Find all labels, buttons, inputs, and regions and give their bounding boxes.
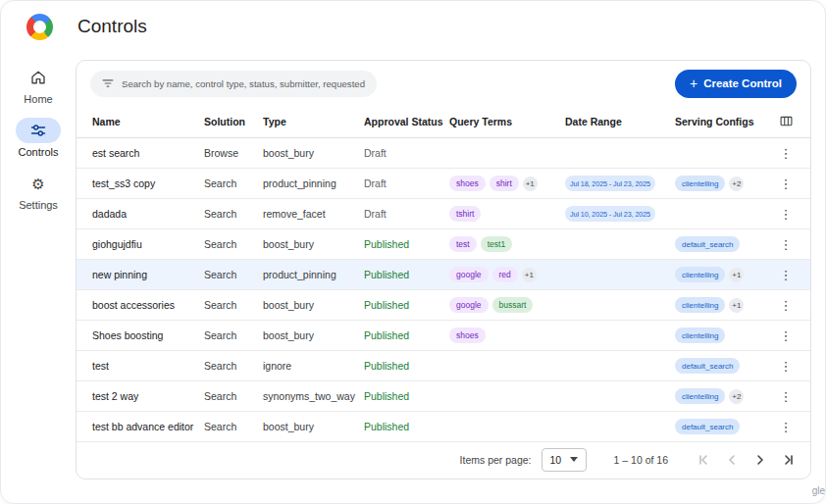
row-type: product_pinning	[263, 269, 364, 280]
value-chip: shoes	[449, 328, 486, 343]
row-menu-button[interactable]: ⋮	[776, 143, 796, 163]
value-chip: default_search	[675, 419, 740, 434]
dropdown-caret-icon	[570, 457, 578, 462]
last-page-button[interactable]	[779, 450, 799, 470]
next-page-button[interactable]	[750, 450, 770, 470]
column-header-name[interactable]: Name	[92, 116, 204, 127]
row-solution: Search	[204, 177, 263, 189]
value-chip: clientelling	[675, 176, 725, 191]
row-menu-button[interactable]: ⋮	[776, 295, 796, 315]
previous-page-button[interactable]	[722, 450, 742, 470]
table-row[interactable]: test_ss3 copy Search product_pinning Dra…	[77, 169, 810, 199]
search-bar[interactable]	[90, 71, 377, 97]
row-solution: Search	[204, 329, 263, 341]
row-approval-status: Published	[364, 269, 449, 280]
row-type: boost_bury	[263, 147, 364, 159]
table-row[interactable]: est search Browse boost_bury Draft ⋮	[77, 138, 810, 169]
row-query-terms: googlebussart	[449, 297, 565, 313]
row-query-terms: testtest1	[449, 236, 565, 252]
column-header-date-range[interactable]: Date Range	[565, 116, 675, 127]
row-name: test_ss3 copy	[92, 177, 204, 189]
row-solution: Search	[204, 269, 263, 280]
plus-icon: +	[690, 76, 697, 90]
pagination-range: 1 – 10 of 16	[614, 454, 668, 466]
row-approval-status: Draft	[364, 177, 449, 189]
row-name: test bb advance editor	[92, 421, 204, 432]
row-serving-configs: clientelling+2	[675, 388, 773, 404]
table-row[interactable]: Shoes boosting Search boost_bury Publish…	[77, 321, 810, 351]
sidebar-item-settings[interactable]: ⚙ Settings	[16, 171, 61, 211]
row-serving-configs: default_search	[675, 358, 773, 374]
value-chip: red	[492, 267, 518, 282]
items-per-page-select[interactable]: 10	[542, 448, 587, 472]
count-chip: +1	[522, 268, 537, 282]
column-header-serving-configs[interactable]: Serving Configs	[675, 116, 773, 127]
row-type: boost_bury	[263, 238, 364, 250]
value-chip: Jul 10, 2025 - Jul 23, 2025	[565, 206, 655, 222]
row-menu-button[interactable]: ⋮	[776, 326, 796, 345]
sidebar-item-label: Settings	[19, 199, 58, 211]
value-chip: bussart	[492, 297, 534, 313]
tune-icon	[16, 118, 61, 143]
row-name: Shoes boosting	[92, 329, 204, 341]
search-input[interactable]	[122, 78, 366, 89]
value-chip: test1	[481, 236, 512, 252]
row-approval-status: Published	[364, 360, 449, 372]
row-menu-button[interactable]: ⋮	[776, 174, 796, 193]
count-chip: +1	[729, 298, 744, 313]
count-chip: +2	[729, 389, 744, 404]
value-chip: clientelling	[675, 297, 725, 313]
row-menu-button[interactable]: ⋮	[776, 234, 796, 254]
row-approval-status: Published	[364, 390, 449, 402]
table-row[interactable]: giohgujdfiu Search boost_bury Published …	[77, 229, 810, 260]
row-type: boost_bury	[263, 329, 364, 341]
row-serving-configs: clientelling+1	[675, 297, 773, 313]
column-header-query-terms[interactable]: Query Terms	[449, 116, 565, 127]
table-row[interactable]: dadada Search remove_facet Draft tshirt …	[77, 199, 810, 229]
row-menu-button[interactable]: ⋮	[776, 417, 796, 436]
column-header-type[interactable]: Type	[263, 116, 364, 127]
row-query-terms: googlered+1	[449, 267, 565, 282]
column-header-approval-status[interactable]: Approval Status	[364, 116, 449, 127]
table-row[interactable]: test Search ignore Published default_sea…	[77, 351, 810, 381]
row-type: synonyms_two_way	[263, 390, 364, 402]
table-body: est search Browse boost_bury Draft ⋮ tes…	[77, 138, 810, 442]
gear-icon: ⚙	[16, 171, 61, 196]
table-row[interactable]: test 2 way Search synonyms_two_way Publi…	[77, 381, 810, 412]
page-title: Controls	[77, 16, 147, 37]
pager	[694, 450, 799, 470]
items-per-page-label: Items per page:	[460, 454, 532, 466]
value-chip: clientelling	[675, 328, 725, 343]
count-chip: +1	[729, 268, 744, 282]
row-solution: Search	[204, 208, 263, 220]
row-solution: Browse	[204, 147, 263, 159]
pagination-bar: Items per page: 10 1 – 10 of 16	[77, 440, 810, 479]
column-picker-button[interactable]	[776, 112, 796, 131]
table-row[interactable]: boost accessories Search boost_bury Publ…	[77, 290, 810, 321]
row-approval-status: Published	[364, 299, 449, 311]
row-menu-button[interactable]: ⋮	[776, 386, 796, 406]
first-page-button[interactable]	[694, 450, 713, 470]
row-menu-button[interactable]: ⋮	[776, 265, 796, 284]
row-menu-button[interactable]: ⋮	[776, 356, 796, 376]
create-control-button[interactable]: + Create Control	[675, 70, 797, 98]
row-solution: Search	[204, 360, 263, 372]
row-name: est search	[92, 147, 204, 159]
row-type: remove_facet	[263, 208, 364, 220]
row-menu-button[interactable]: ⋮	[776, 204, 796, 224]
row-solution: Search	[204, 390, 263, 402]
sidebar-item-controls[interactable]: Controls	[16, 118, 61, 158]
row-solution: Search	[204, 421, 263, 432]
row-name: test 2 way	[92, 390, 204, 402]
row-serving-configs: clientelling+1	[675, 267, 773, 282]
row-query-terms: tshirt	[449, 206, 565, 222]
sidebar-item-label: Home	[24, 93, 52, 105]
table-row[interactable]: new pinning Search product_pinning Publi…	[77, 260, 810, 290]
sidebar-item-home[interactable]: Home	[16, 65, 61, 105]
column-header-solution[interactable]: Solution	[204, 116, 263, 127]
row-name: giohgujdfiu	[92, 238, 204, 250]
count-chip: +2	[729, 176, 744, 191]
row-solution: Search	[204, 299, 263, 311]
row-serving-configs: clientelling	[675, 328, 773, 343]
table-row[interactable]: test bb advance editor Search boost_bury…	[77, 412, 810, 442]
